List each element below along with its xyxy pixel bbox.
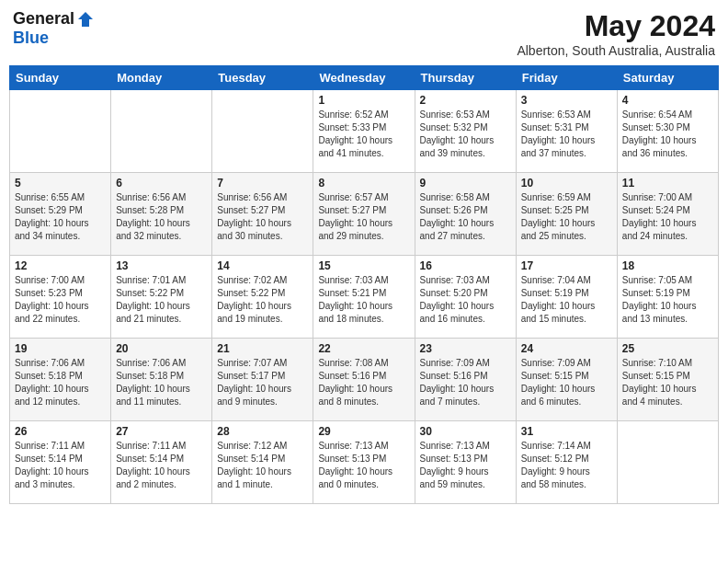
calendar-cell: 27Sunrise: 7:11 AMSunset: 5:14 PMDayligh… (111, 421, 212, 504)
day-info: Sunrise: 7:12 AMSunset: 5:14 PMDaylight:… (217, 440, 308, 491)
day-info: Sunrise: 6:56 AMSunset: 5:28 PMDaylight:… (116, 191, 207, 243)
day-number: 26 (15, 425, 106, 438)
day-info: Sunrise: 6:53 AMSunset: 5:32 PMDaylight:… (420, 109, 511, 160)
calendar-week-row: 1Sunrise: 6:52 AMSunset: 5:33 PMDaylight… (10, 90, 719, 173)
calendar-week-row: 19Sunrise: 7:06 AMSunset: 5:18 PMDayligh… (10, 339, 719, 421)
logo-general-text: General (13, 9, 74, 29)
day-info: Sunrise: 7:09 AMSunset: 5:15 PMDaylight:… (521, 357, 612, 408)
day-number: 24 (521, 342, 612, 355)
day-number: 14 (217, 259, 308, 272)
calendar-cell: 14Sunrise: 7:02 AMSunset: 5:22 PMDayligh… (212, 256, 313, 339)
calendar-cell: 16Sunrise: 7:03 AMSunset: 5:20 PMDayligh… (415, 256, 516, 339)
day-info: Sunrise: 6:56 AMSunset: 5:27 PMDaylight:… (217, 191, 308, 243)
calendar-cell: 4Sunrise: 6:54 AMSunset: 5:30 PMDaylight… (617, 90, 718, 173)
calendar-cell: 3Sunrise: 6:53 AMSunset: 5:31 PMDaylight… (516, 90, 617, 173)
day-number: 21 (217, 342, 308, 355)
calendar-cell: 13Sunrise: 7:01 AMSunset: 5:22 PMDayligh… (111, 256, 212, 339)
day-number: 29 (318, 425, 409, 438)
day-info: Sunrise: 6:57 AMSunset: 5:27 PMDaylight:… (318, 191, 409, 243)
logo: General Blue (13, 9, 95, 48)
day-number: 5 (15, 177, 106, 190)
calendar-cell: 26Sunrise: 7:11 AMSunset: 5:14 PMDayligh… (10, 421, 111, 504)
calendar-table: SundayMondayTuesdayWednesdayThursdayFrid… (9, 65, 719, 504)
day-number: 25 (622, 342, 713, 355)
day-info: Sunrise: 6:55 AMSunset: 5:29 PMDaylight:… (15, 191, 106, 243)
day-info: Sunrise: 7:05 AMSunset: 5:19 PMDaylight:… (622, 274, 713, 326)
calendar-cell: 28Sunrise: 7:12 AMSunset: 5:14 PMDayligh… (212, 421, 313, 504)
day-number: 7 (217, 177, 308, 190)
calendar-header-sunday: Sunday (10, 66, 111, 90)
calendar-header-thursday: Thursday (415, 66, 516, 90)
day-info: Sunrise: 7:04 AMSunset: 5:19 PMDaylight:… (521, 274, 612, 326)
calendar-cell: 25Sunrise: 7:10 AMSunset: 5:15 PMDayligh… (617, 339, 718, 421)
calendar-cell: 2Sunrise: 6:53 AMSunset: 5:32 PMDaylight… (415, 90, 516, 173)
day-number: 17 (521, 259, 612, 272)
calendar-week-row: 5Sunrise: 6:55 AMSunset: 5:29 PMDaylight… (10, 173, 719, 256)
calendar-cell: 7Sunrise: 6:56 AMSunset: 5:27 PMDaylight… (212, 173, 313, 256)
logo-icon (76, 10, 95, 29)
day-number: 19 (15, 342, 106, 355)
calendar-week-row: 12Sunrise: 7:00 AMSunset: 5:23 PMDayligh… (10, 256, 719, 339)
day-info: Sunrise: 6:52 AMSunset: 5:33 PMDaylight:… (318, 109, 409, 160)
calendar-header-saturday: Saturday (617, 66, 718, 90)
day-number: 1 (318, 94, 409, 107)
calendar-cell: 15Sunrise: 7:03 AMSunset: 5:21 PMDayligh… (313, 256, 415, 339)
calendar-cell (617, 421, 718, 504)
calendar-cell (212, 90, 313, 173)
day-number: 18 (622, 259, 713, 272)
day-info: Sunrise: 7:06 AMSunset: 5:18 PMDaylight:… (15, 357, 106, 408)
day-info: Sunrise: 7:09 AMSunset: 5:16 PMDaylight:… (420, 357, 511, 408)
month-year-title: May 2024 (517, 9, 715, 43)
day-number: 22 (318, 342, 409, 355)
day-number: 23 (420, 342, 511, 355)
day-info: Sunrise: 6:58 AMSunset: 5:26 PMDaylight:… (420, 191, 511, 243)
calendar-cell: 5Sunrise: 6:55 AMSunset: 5:29 PMDaylight… (10, 173, 111, 256)
day-number: 13 (116, 259, 207, 272)
day-info: Sunrise: 7:03 AMSunset: 5:21 PMDaylight:… (318, 274, 409, 326)
calendar-cell: 12Sunrise: 7:00 AMSunset: 5:23 PMDayligh… (10, 256, 111, 339)
calendar-cell: 8Sunrise: 6:57 AMSunset: 5:27 PMDaylight… (313, 173, 415, 256)
day-info: Sunrise: 7:13 AMSunset: 5:13 PMDaylight:… (420, 440, 511, 491)
calendar-header-tuesday: Tuesday (212, 66, 313, 90)
day-number: 6 (116, 177, 207, 190)
calendar-cell: 9Sunrise: 6:58 AMSunset: 5:26 PMDaylight… (415, 173, 516, 256)
day-number: 9 (420, 177, 511, 190)
calendar-week-row: 26Sunrise: 7:11 AMSunset: 5:14 PMDayligh… (10, 421, 719, 504)
calendar-cell: 22Sunrise: 7:08 AMSunset: 5:16 PMDayligh… (313, 339, 415, 421)
day-info: Sunrise: 6:59 AMSunset: 5:25 PMDaylight:… (521, 191, 612, 243)
day-info: Sunrise: 7:02 AMSunset: 5:22 PMDaylight:… (217, 274, 308, 326)
calendar-cell: 19Sunrise: 7:06 AMSunset: 5:18 PMDayligh… (10, 339, 111, 421)
title-section: May 2024 Alberton, South Australia, Aust… (517, 9, 715, 58)
svg-marker-0 (78, 12, 93, 27)
calendar-cell: 31Sunrise: 7:14 AMSunset: 5:12 PMDayligh… (516, 421, 617, 504)
day-number: 20 (116, 342, 207, 355)
day-info: Sunrise: 7:01 AMSunset: 5:22 PMDaylight:… (116, 274, 207, 326)
day-number: 8 (318, 177, 409, 190)
day-info: Sunrise: 7:11 AMSunset: 5:14 PMDaylight:… (116, 440, 207, 491)
day-number: 3 (521, 94, 612, 107)
calendar-cell: 30Sunrise: 7:13 AMSunset: 5:13 PMDayligh… (415, 421, 516, 504)
day-number: 28 (217, 425, 308, 438)
day-number: 11 (622, 177, 713, 190)
calendar-cell: 29Sunrise: 7:13 AMSunset: 5:13 PMDayligh… (313, 421, 415, 504)
day-number: 16 (420, 259, 511, 272)
day-info: Sunrise: 7:08 AMSunset: 5:16 PMDaylight:… (318, 357, 409, 408)
calendar-cell: 10Sunrise: 6:59 AMSunset: 5:25 PMDayligh… (516, 173, 617, 256)
day-info: Sunrise: 7:10 AMSunset: 5:15 PMDaylight:… (622, 357, 713, 408)
calendar-header-friday: Friday (516, 66, 617, 90)
day-info: Sunrise: 7:00 AMSunset: 5:23 PMDaylight:… (15, 274, 106, 326)
calendar-cell: 17Sunrise: 7:04 AMSunset: 5:19 PMDayligh… (516, 256, 617, 339)
day-number: 4 (622, 94, 713, 107)
day-info: Sunrise: 7:13 AMSunset: 5:13 PMDaylight:… (318, 440, 409, 491)
calendar-cell: 18Sunrise: 7:05 AMSunset: 5:19 PMDayligh… (617, 256, 718, 339)
day-info: Sunrise: 6:53 AMSunset: 5:31 PMDaylight:… (521, 109, 612, 160)
day-number: 10 (521, 177, 612, 190)
calendar-cell (111, 90, 212, 173)
calendar-cell: 20Sunrise: 7:06 AMSunset: 5:18 PMDayligh… (111, 339, 212, 421)
day-info: Sunrise: 6:54 AMSunset: 5:30 PMDaylight:… (622, 109, 713, 160)
day-number: 30 (420, 425, 511, 438)
calendar-cell: 24Sunrise: 7:09 AMSunset: 5:15 PMDayligh… (516, 339, 617, 421)
calendar-header-monday: Monday (111, 66, 212, 90)
day-number: 15 (318, 259, 409, 272)
calendar-cell: 11Sunrise: 7:00 AMSunset: 5:24 PMDayligh… (617, 173, 718, 256)
